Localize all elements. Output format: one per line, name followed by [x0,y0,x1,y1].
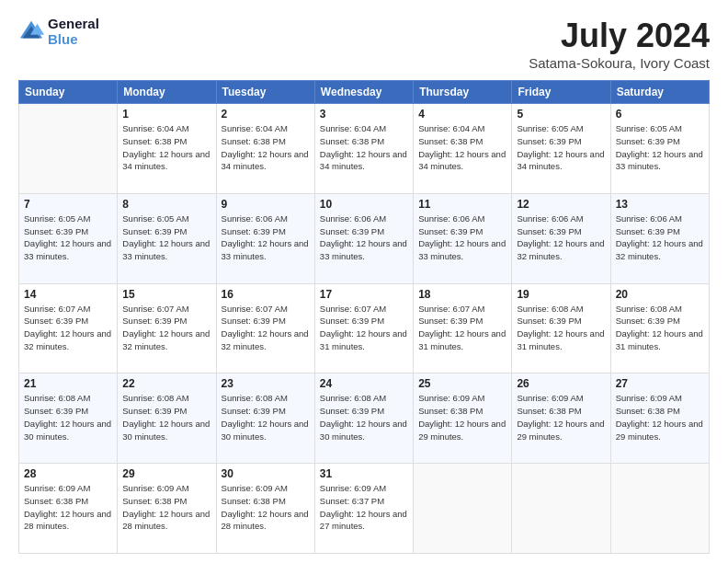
logo: General Blue [18,17,99,47]
calendar-cell: 9Sunrise: 6:06 AM Sunset: 6:39 PM Daylig… [216,193,314,283]
calendar-cell: 10Sunrise: 6:06 AM Sunset: 6:39 PM Dayli… [314,193,413,283]
page: General Blue July 2024 Satama-Sokoura, I… [0,0,728,563]
day-number: 30 [222,467,310,480]
day-info: Sunrise: 6:06 AM Sunset: 6:39 PM Dayligh… [616,213,704,263]
day-info: Sunrise: 6:05 AM Sunset: 6:39 PM Dayligh… [517,122,605,173]
calendar-cell: 29Sunrise: 6:09 AM Sunset: 6:38 PM Dayli… [118,464,216,554]
calendar-cell: 15Sunrise: 6:07 AM Sunset: 6:39 PM Dayli… [118,283,216,373]
calendar-cell: 11Sunrise: 6:06 AM Sunset: 6:39 PM Dayli… [414,193,512,283]
day-info: Sunrise: 6:09 AM Sunset: 6:38 PM Dayligh… [616,392,704,442]
calendar-cell: 20Sunrise: 6:08 AM Sunset: 6:39 PM Dayli… [610,283,709,373]
calendar-cell: 26Sunrise: 6:09 AM Sunset: 6:38 PM Dayli… [512,373,610,464]
calendar-row-2: 14Sunrise: 6:07 AM Sunset: 6:39 PM Dayli… [19,283,710,373]
day-number: 23 [222,377,310,390]
calendar-cell: 21Sunrise: 6:08 AM Sunset: 6:39 PM Dayli… [19,373,118,464]
calendar-cell: 28Sunrise: 6:09 AM Sunset: 6:38 PM Dayli… [19,464,118,554]
calendar-row-4: 28Sunrise: 6:09 AM Sunset: 6:38 PM Dayli… [19,464,710,554]
calendar-cell: 4Sunrise: 6:04 AM Sunset: 6:38 PM Daylig… [414,104,512,194]
day-info: Sunrise: 6:08 AM Sunset: 6:39 PM Dayligh… [616,303,704,353]
day-info: Sunrise: 6:09 AM Sunset: 6:38 PM Dayligh… [517,392,605,442]
day-number: 8 [122,198,210,211]
day-info: Sunrise: 6:06 AM Sunset: 6:39 PM Dayligh… [222,213,310,263]
day-number: 28 [24,467,112,480]
calendar-header-monday: Monday [118,81,216,104]
calendar-header-sunday: Sunday [19,81,118,104]
day-number: 3 [320,108,408,121]
calendar-table: SundayMondayTuesdayWednesdayThursdayFrid… [18,80,710,554]
calendar-cell: 7Sunrise: 6:05 AM Sunset: 6:39 PM Daylig… [19,193,118,283]
day-number: 12 [517,198,605,211]
calendar-row-3: 21Sunrise: 6:08 AM Sunset: 6:39 PM Dayli… [19,373,710,464]
day-info: Sunrise: 6:07 AM Sunset: 6:39 PM Dayligh… [222,303,310,353]
calendar-cell: 24Sunrise: 6:08 AM Sunset: 6:39 PM Dayli… [314,373,413,464]
calendar-cell: 2Sunrise: 6:04 AM Sunset: 6:38 PM Daylig… [216,104,314,194]
calendar-header-friday: Friday [512,81,610,104]
logo-line2: Blue [48,32,99,48]
logo-icon [18,19,44,45]
header: General Blue July 2024 Satama-Sokoura, I… [18,17,710,71]
calendar-header-tuesday: Tuesday [216,81,314,104]
day-number: 26 [517,377,605,390]
day-info: Sunrise: 6:05 AM Sunset: 6:39 PM Dayligh… [122,213,210,263]
day-info: Sunrise: 6:08 AM Sunset: 6:39 PM Dayligh… [320,392,408,442]
day-info: Sunrise: 6:06 AM Sunset: 6:39 PM Dayligh… [517,213,605,263]
calendar-cell: 14Sunrise: 6:07 AM Sunset: 6:39 PM Dayli… [19,283,118,373]
logo-line1: General [48,17,99,32]
calendar-cell: 23Sunrise: 6:08 AM Sunset: 6:39 PM Dayli… [216,373,314,464]
calendar-cell: 17Sunrise: 6:07 AM Sunset: 6:39 PM Dayli… [314,283,413,373]
day-number: 21 [24,377,112,390]
day-number: 27 [616,377,704,390]
day-number: 11 [418,198,506,211]
day-number: 24 [320,377,408,390]
calendar-cell: 5Sunrise: 6:05 AM Sunset: 6:39 PM Daylig… [512,104,610,194]
day-number: 19 [517,288,605,301]
day-number: 16 [222,288,310,301]
day-info: Sunrise: 6:06 AM Sunset: 6:39 PM Dayligh… [418,213,506,263]
day-number: 6 [616,108,704,121]
day-number: 22 [122,377,210,390]
calendar-cell [610,464,709,554]
day-number: 29 [122,467,210,480]
day-number: 15 [122,288,210,301]
day-number: 18 [418,288,506,301]
calendar-header-thursday: Thursday [414,81,512,104]
title-block: July 2024 Satama-Sokoura, Ivory Coast [529,17,710,71]
day-info: Sunrise: 6:07 AM Sunset: 6:39 PM Dayligh… [24,303,112,353]
day-number: 9 [222,198,310,211]
day-info: Sunrise: 6:04 AM Sunset: 6:38 PM Dayligh… [122,122,210,173]
calendar-cell: 18Sunrise: 6:07 AM Sunset: 6:39 PM Dayli… [414,283,512,373]
day-info: Sunrise: 6:07 AM Sunset: 6:39 PM Dayligh… [122,303,210,353]
calendar-cell: 13Sunrise: 6:06 AM Sunset: 6:39 PM Dayli… [610,193,709,283]
day-info: Sunrise: 6:07 AM Sunset: 6:39 PM Dayligh… [418,303,506,353]
calendar-row-1: 7Sunrise: 6:05 AM Sunset: 6:39 PM Daylig… [19,193,710,283]
day-number: 5 [517,108,605,121]
day-number: 20 [616,288,704,301]
day-info: Sunrise: 6:05 AM Sunset: 6:39 PM Dayligh… [24,213,112,263]
day-number: 31 [320,467,408,480]
calendar-cell: 30Sunrise: 6:09 AM Sunset: 6:38 PM Dayli… [216,464,314,554]
calendar-cell [19,104,118,194]
calendar-cell: 25Sunrise: 6:09 AM Sunset: 6:38 PM Dayli… [414,373,512,464]
calendar-cell [414,464,512,554]
day-info: Sunrise: 6:09 AM Sunset: 6:37 PM Dayligh… [320,482,408,533]
day-info: Sunrise: 6:07 AM Sunset: 6:39 PM Dayligh… [320,303,408,353]
calendar-cell: 3Sunrise: 6:04 AM Sunset: 6:38 PM Daylig… [314,104,413,194]
day-info: Sunrise: 6:09 AM Sunset: 6:38 PM Dayligh… [418,392,506,442]
day-number: 1 [122,108,210,121]
calendar-header-saturday: Saturday [610,81,709,104]
calendar-cell: 22Sunrise: 6:08 AM Sunset: 6:39 PM Dayli… [118,373,216,464]
calendar-cell: 8Sunrise: 6:05 AM Sunset: 6:39 PM Daylig… [118,193,216,283]
day-info: Sunrise: 6:09 AM Sunset: 6:38 PM Dayligh… [122,482,210,533]
day-info: Sunrise: 6:08 AM Sunset: 6:39 PM Dayligh… [222,392,310,442]
logo-text: General Blue [48,17,99,47]
day-info: Sunrise: 6:04 AM Sunset: 6:38 PM Dayligh… [222,122,310,173]
day-info: Sunrise: 6:04 AM Sunset: 6:38 PM Dayligh… [320,122,408,173]
day-info: Sunrise: 6:05 AM Sunset: 6:39 PM Dayligh… [616,122,704,173]
day-number: 4 [418,108,506,121]
day-info: Sunrise: 6:08 AM Sunset: 6:39 PM Dayligh… [517,303,605,353]
day-info: Sunrise: 6:06 AM Sunset: 6:39 PM Dayligh… [320,213,408,263]
day-number: 14 [24,288,112,301]
calendar-cell: 27Sunrise: 6:09 AM Sunset: 6:38 PM Dayli… [610,373,709,464]
calendar-cell: 1Sunrise: 6:04 AM Sunset: 6:38 PM Daylig… [118,104,216,194]
calendar-cell: 16Sunrise: 6:07 AM Sunset: 6:39 PM Dayli… [216,283,314,373]
